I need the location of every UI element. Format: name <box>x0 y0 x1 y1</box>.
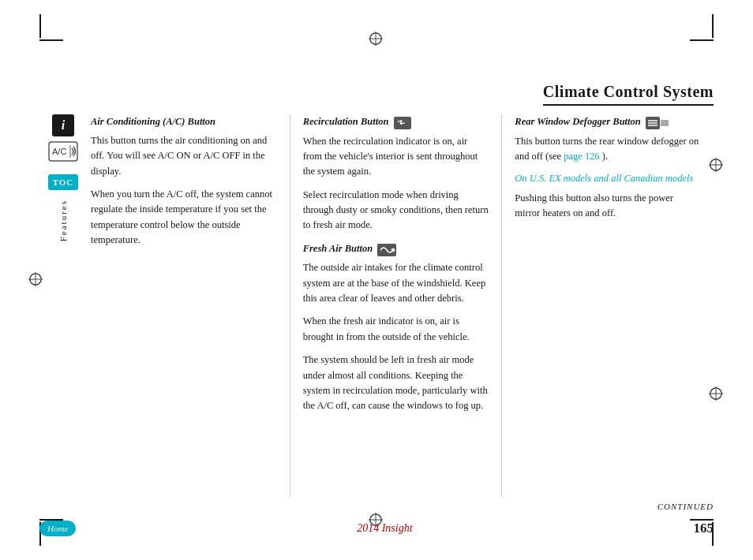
toc-button[interactable]: TOC <box>48 174 79 190</box>
italic-note: On U.S. EX models and all Canadian model… <box>515 172 701 186</box>
content-area: Air Conditioning (A/C) Button This butto… <box>91 114 714 497</box>
fresh-para4: When the fresh air indicator is on, air … <box>303 314 489 345</box>
left-sidebar: i A/C TOC Features <box>39 114 87 497</box>
features-label: Features <box>58 200 68 241</box>
corner-line-tr-h <box>690 39 714 41</box>
column-2: Recirculation Button When the recirculat… <box>290 114 502 497</box>
svg-text:A/C: A/C <box>52 147 66 156</box>
continued-label: CONTINUED <box>657 502 714 511</box>
fresh-air-heading: Fresh Air Button <box>303 241 489 257</box>
footer: Home 2014 Insight 165 <box>39 521 714 536</box>
corner-line-tl-v <box>39 14 41 38</box>
footer-page-number: 165 <box>693 521 714 536</box>
recirc-heading: Recirculation Button <box>303 114 489 130</box>
recirc-para1: When the recirculation indicator is on, … <box>303 134 489 180</box>
fresh-air-icon <box>377 242 396 257</box>
defogger-para2: Pushing this button also turns the power… <box>515 191 701 222</box>
reg-mark-top <box>369 32 384 47</box>
column-1: Air Conditioning (A/C) Button This butto… <box>91 114 290 497</box>
home-button[interactable]: Home <box>39 521 76 536</box>
recirc-para2: Select recirculation mode when driving t… <box>303 188 489 233</box>
recirc-icon <box>394 115 411 130</box>
ac-para1: This button turns the air conditioning o… <box>91 133 277 179</box>
content-columns: Air Conditioning (A/C) Button This butto… <box>91 114 714 497</box>
page-link[interactable]: page 126 <box>564 151 599 162</box>
corner-line-tr-v <box>712 14 714 38</box>
column-3: Rear Window Defogger Button <box>501 114 714 497</box>
title-underline <box>543 104 714 106</box>
ac-icon: A/C <box>48 141 78 162</box>
corner-line-tl-h <box>39 39 63 41</box>
defogger-heading: Rear Window Defogger Button <box>515 114 701 130</box>
ac-para2: When you turn the A/C off, the system ca… <box>91 187 277 248</box>
defogger-para1: This button turns the rear window defogg… <box>515 134 701 165</box>
page-title-area: Climate Control System <box>543 83 714 106</box>
defogger-icon <box>646 115 669 130</box>
info-icon: i <box>52 114 74 136</box>
fresh-para3: The outside air intakes for the climate … <box>303 260 489 306</box>
page-title: Climate Control System <box>543 83 714 101</box>
fresh-para5: The system should be left in fresh air m… <box>303 353 489 414</box>
footer-title: 2014 Insight <box>357 522 412 535</box>
ac-heading: Air Conditioning (A/C) Button <box>91 114 277 129</box>
